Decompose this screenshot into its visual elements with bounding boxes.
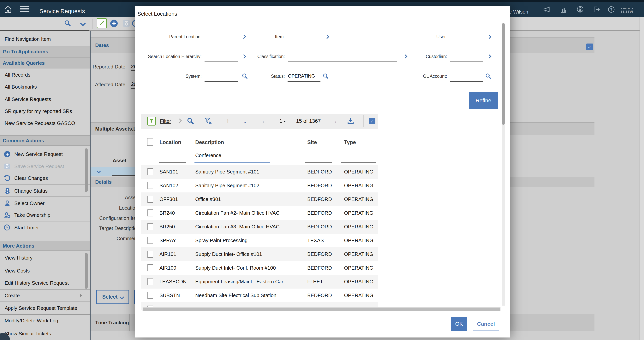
type-filter-input[interactable]: [341, 162, 376, 163]
column-header-location[interactable]: Location: [160, 139, 181, 145]
row-checkbox[interactable]: [148, 237, 153, 244]
search-icon[interactable]: [64, 20, 71, 27]
sidebar-item-modify-delete-work-log[interactable]: Modify/Delete Work Log: [0, 315, 90, 327]
location-cell[interactable]: AIR100: [157, 261, 194, 275]
table-row[interactable]: SUBSTN Needham Site Electrical Sub Stati…: [141, 289, 378, 302]
filter-funnel-icon[interactable]: [147, 117, 156, 125]
row-checkbox[interactable]: [148, 182, 153, 189]
status-value[interactable]: OPERATING: [288, 73, 315, 79]
dialog-vertical-scrollbar[interactable]: [502, 23, 505, 306]
location-cell[interactable]: SUBSTN: [157, 289, 194, 302]
item-input[interactable]: [288, 42, 321, 42]
sidebar-action-change-status[interactable]: Change Status: [0, 185, 90, 197]
description-cell[interactable]: Supply Duct Inlet- Office #101: [194, 247, 304, 261]
sidebar-item-new-sr-gasco[interactable]: New Service Requests GASCO: [0, 117, 90, 129]
location-filter-input[interactable]: [159, 162, 186, 163]
sidebar-scrollbar-thumb[interactable]: [85, 148, 88, 192]
table-row[interactable]: AIR100 Supply Duct Inlet- Conf. Room #10…: [141, 261, 378, 275]
search-icon[interactable]: [186, 117, 194, 125]
filter-link[interactable]: Filter: [160, 118, 171, 124]
down-arrow-icon[interactable]: ↓: [244, 117, 247, 124]
location-cell[interactable]: SPRAY: [157, 234, 194, 247]
system-input[interactable]: [204, 81, 238, 82]
description-cell[interactable]: Supply Duct Inlet- Conf. Room #100: [194, 261, 304, 275]
table-row[interactable]: BR240 Circulation Fan #2- Main Office HV…: [141, 206, 378, 220]
sidebar-item-all-records[interactable]: All Records: [0, 69, 90, 81]
description-cell[interactable]: Circulation Fan #2- Main Office HVAC: [194, 206, 304, 220]
sidebar-item-view-history[interactable]: View History: [0, 252, 90, 264]
row-checkbox[interactable]: [148, 209, 153, 216]
magnifier-icon[interactable]: [485, 73, 492, 79]
location-cell[interactable]: LEASECDN: [157, 275, 194, 289]
search-location-hierarchy-input[interactable]: [204, 61, 238, 62]
scrollbar-thumb[interactable]: [142, 308, 500, 311]
table-row[interactable]: AIR101 Supply Duct Inlet- Office #101 BE…: [141, 247, 378, 261]
detail-chevron-icon[interactable]: [325, 35, 329, 39]
restore-panel-icon[interactable]: ↙: [586, 43, 593, 50]
sidebar-header-go-to-applications[interactable]: Go To Applications: [0, 46, 90, 57]
home-icon[interactable]: [4, 5, 12, 14]
table-row[interactable]: OFF301 Office #301 BEDFORD OPERATING: [141, 192, 378, 206]
cancel-button[interactable]: Cancel: [473, 317, 499, 331]
location-cell[interactable]: BR240: [157, 206, 194, 220]
sidebar-action-new-service-request[interactable]: New Service Request: [0, 148, 90, 160]
page-scrollbar[interactable]: [640, 17, 644, 340]
next-page-icon[interactable]: →: [331, 117, 338, 124]
sidebar-scrollbar-thumb[interactable]: [85, 253, 88, 289]
column-header-description[interactable]: Description: [195, 139, 224, 145]
edit-icon[interactable]: [97, 18, 107, 28]
description-cell[interactable]: Spray Paint Processing: [194, 234, 304, 247]
download-icon[interactable]: [347, 117, 354, 125]
sidebar-item-apply-sr-template[interactable]: Apply Service Request Template: [0, 302, 90, 315]
refine-button[interactable]: Refine: [469, 92, 498, 109]
scrollbar-thumb[interactable]: [502, 23, 505, 125]
column-header-type[interactable]: Type: [344, 139, 356, 145]
sidebar-item-sr-query[interactable]: SR query for my reported SRs: [0, 105, 90, 117]
row-checkbox[interactable]: [148, 196, 153, 203]
user-input[interactable]: [450, 42, 484, 42]
ok-button[interactable]: OK: [451, 317, 467, 331]
sidebar-item-all-service-requests[interactable]: All Service Requests: [0, 93, 90, 105]
megaphone-icon[interactable]: [543, 5, 551, 13]
magnifier-icon[interactable]: [322, 73, 329, 79]
sidebar-item-show-similar-tickets[interactable]: Show Similar Tickets: [0, 327, 90, 340]
row-checkbox[interactable]: [148, 264, 153, 271]
location-cell[interactable]: SAN102: [157, 179, 194, 192]
sidebar-item-find-navigation[interactable]: Find Navigation Item: [0, 33, 90, 45]
select-button[interactable]: Select: [96, 290, 129, 304]
row-checkbox[interactable]: [148, 292, 153, 299]
sidebar-action-clear-changes[interactable]: Clear Changes: [0, 172, 90, 185]
table-row[interactable]: SAN101 Sanitary Pipe Segment #101 BEDFOR…: [141, 165, 378, 179]
description-cell[interactable]: Needham Site Electrical Sub Station: [194, 289, 304, 302]
description-cell[interactable]: Sanitary Pipe Segment #101: [194, 165, 304, 179]
table-horizontal-scrollbar[interactable]: [142, 307, 501, 311]
detail-chevron-icon[interactable]: [487, 54, 492, 59]
help-icon[interactable]: ?: [608, 5, 615, 13]
add-icon[interactable]: [110, 19, 118, 28]
sidebar-item-create[interactable]: Create: [0, 290, 90, 302]
location-cell[interactable]: OFF301: [157, 192, 194, 206]
classification-input[interactable]: [288, 61, 397, 62]
detail-chevron-icon[interactable]: [487, 35, 492, 39]
description-filter-input[interactable]: Conference: [195, 152, 221, 158]
row-checkbox[interactable]: [148, 251, 153, 258]
chevron-right-icon[interactable]: [178, 119, 182, 123]
column-header-site[interactable]: Site: [307, 139, 317, 145]
bar-chart-icon[interactable]: [560, 5, 567, 13]
sidebar-action-start-timer[interactable]: Start Timer: [0, 222, 90, 234]
gl-account-input[interactable]: [450, 81, 484, 82]
clear-filter-icon[interactable]: [204, 117, 212, 125]
table-row[interactable]: SPRAY Spray Paint Processing TEXAS OPERA…: [141, 234, 378, 247]
sidebar-action-take-ownership[interactable]: Take Ownership: [0, 209, 90, 221]
table-row[interactable]: SAN102 Sanitary Pipe Segment #102 BEDFOR…: [141, 179, 378, 192]
select-all-checkbox[interactable]: [147, 138, 153, 146]
row-checkbox[interactable]: [148, 223, 153, 230]
table-row[interactable]: BR250 Circulation Fan #3- Main Office HV…: [141, 220, 378, 234]
menu-icon[interactable]: [20, 6, 30, 13]
description-cell[interactable]: Circulation Fan #3- Main Office HVAC: [194, 220, 304, 234]
description-cell[interactable]: Sanitary Pipe Segment #102: [194, 179, 304, 192]
row-checkbox[interactable]: [148, 278, 153, 285]
profile-icon[interactable]: [576, 5, 584, 13]
sidebar-item-edit-history-sr[interactable]: Edit History Service Request: [0, 277, 90, 290]
status-input[interactable]: [288, 81, 320, 82]
